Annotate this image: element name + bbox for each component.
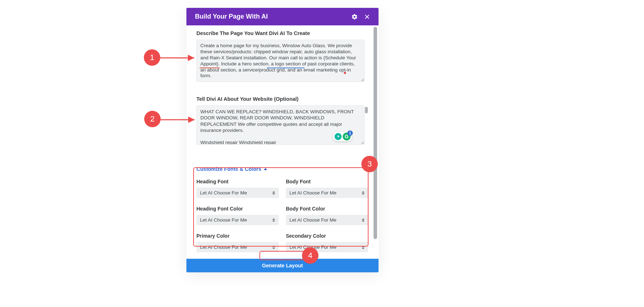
select-arrows-icon: [272, 246, 275, 249]
modal-scrollbar[interactable]: [374, 27, 377, 239]
modal-footer: Generate Layout: [186, 259, 379, 272]
generate-layout-button[interactable]: Generate Layout: [262, 263, 303, 268]
select-arrows-icon: [272, 218, 275, 222]
chevron-up-icon: [264, 168, 267, 170]
assistant-badge-icon: [335, 133, 342, 140]
body-font-color-label: Body Font Color: [286, 206, 368, 212]
customize-fonts-colors-toggle[interactable]: Customize Fonts & Colors: [196, 166, 267, 172]
body-font-color-select[interactable]: Let AI Choose For Me: [286, 215, 368, 225]
primary-color-label: Primary Color: [196, 233, 279, 239]
select-value: Let AI Choose For Me: [200, 244, 247, 250]
heading-font-color-select[interactable]: Let AI Choose For Me: [196, 215, 279, 225]
select-value: Let AI Choose For Me: [200, 217, 247, 223]
describe-label: Describe The Page You Want Divi AI To Cr…: [196, 30, 369, 36]
select-value: Let AI Choose For Me: [289, 190, 336, 195]
annotation-marker-2: 2: [144, 111, 161, 127]
body-font-label: Body Font: [286, 179, 368, 184]
gear-icon[interactable]: [351, 14, 358, 20]
primary-color-select[interactable]: Let AI Choose For Me: [196, 242, 279, 252]
secondary-color-select[interactable]: Let AI Choose For Me: [286, 242, 368, 252]
select-value: Let AI Choose For Me: [200, 190, 247, 195]
annotation-marker-3: 3: [361, 156, 378, 172]
select-arrows-icon: [362, 218, 365, 222]
select-arrows-icon: [362, 246, 365, 249]
website-label: Tell Divi AI About Your Website (Optiona…: [196, 96, 369, 102]
body-font-select[interactable]: Let AI Choose For Me: [286, 188, 368, 198]
annotation-arrow-1: [160, 54, 200, 63]
grammarly-widget[interactable]: G 1: [333, 132, 352, 141]
heading-font-select[interactable]: Let AI Choose For Me: [196, 188, 279, 198]
modal-header: Build Your Page With AI: [186, 8, 379, 25]
fonts-colors-panel: Heading Font Let AI Choose For Me Body F…: [196, 179, 369, 252]
select-arrows-icon: [272, 191, 275, 195]
select-arrows-icon: [362, 191, 365, 195]
textarea-scrollbar[interactable]: [365, 107, 368, 113]
close-icon[interactable]: [364, 14, 370, 20]
ai-builder-modal: Build Your Page With AI Describe The Pag…: [186, 8, 379, 272]
heading-font-color-label: Heading Font Color: [196, 206, 279, 212]
annotation-marker-1: 1: [144, 49, 160, 66]
heading-font-label: Heading Font: [196, 179, 279, 184]
customize-label: Customize Fonts & Colors: [196, 166, 261, 172]
select-value: Let AI Choose For Me: [289, 217, 336, 223]
grammarly-count-badge: 1: [347, 130, 353, 136]
describe-textarea[interactable]: [196, 40, 365, 82]
secondary-color-label: Secondary Color: [286, 233, 368, 239]
annotation-marker-4: 4: [302, 247, 318, 264]
annotation-arrow-2: [161, 116, 200, 125]
modal-body: Describe The Page You Want Divi AI To Cr…: [186, 25, 379, 259]
header-icons: [351, 14, 370, 20]
modal-title: Build Your Page With AI: [195, 13, 268, 20]
